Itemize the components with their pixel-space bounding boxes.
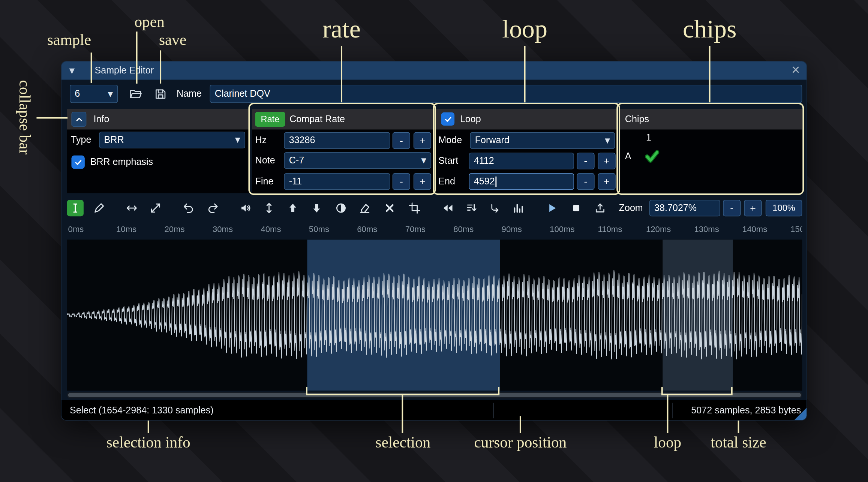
- stats-button[interactable]: [510, 200, 527, 216]
- delete-button[interactable]: [381, 200, 398, 216]
- rewind-icon: [442, 202, 454, 214]
- zoom-in-button[interactable]: +: [744, 200, 762, 216]
- ruler-label: 90ms: [502, 224, 522, 234]
- ruler-label: 120ms: [646, 224, 671, 234]
- open-button[interactable]: [127, 85, 144, 102]
- fine-label: Fine: [255, 173, 274, 190]
- upload-icon: [594, 202, 606, 214]
- status-bar: Select (1654-2984: 1330 samples) 5072 sa…: [61, 400, 807, 421]
- close-button[interactable]: ×: [792, 61, 800, 79]
- redo-button[interactable]: [204, 200, 221, 216]
- rate-button[interactable]: Rate: [255, 112, 285, 127]
- chevron-down-icon: ▼: [605, 137, 610, 145]
- folder-open-icon: [129, 87, 142, 100]
- arrow-down-icon: [310, 202, 322, 214]
- type-select[interactable]: BRR ▼: [99, 132, 245, 148]
- chip-a-check-toggle[interactable]: [644, 148, 660, 164]
- invert-button[interactable]: [333, 200, 349, 216]
- erase-button[interactable]: [357, 200, 373, 216]
- chips-panel-title: Chips: [625, 109, 649, 130]
- hz-input[interactable]: 33286: [284, 132, 390, 149]
- waveform: [67, 240, 802, 391]
- resize-grip[interactable]: [795, 408, 807, 420]
- name-input[interactable]: Clarinet DQV: [210, 85, 802, 103]
- zoom-out-button[interactable]: -: [723, 200, 741, 216]
- goto-button[interactable]: [487, 200, 503, 216]
- loop-panel-title: Loop: [460, 109, 481, 130]
- stop-button[interactable]: [568, 200, 585, 216]
- crop-button[interactable]: [406, 200, 423, 216]
- collapse-panel-button[interactable]: [71, 112, 86, 127]
- sort-button[interactable]: [463, 200, 480, 216]
- eraser-icon: [359, 202, 371, 214]
- shift-down-button[interactable]: [308, 200, 325, 216]
- mode-select[interactable]: Forward ▼: [470, 132, 615, 149]
- ruler-label: 150ms: [790, 224, 802, 234]
- zoom-input[interactable]: 38.7027%: [649, 200, 720, 216]
- name-value: Clarinet DQV: [215, 88, 270, 99]
- fine-minus-button[interactable]: -: [393, 173, 410, 190]
- fine-plus-button[interactable]: +: [414, 173, 431, 190]
- waveform-canvas[interactable]: [67, 240, 802, 391]
- hz-plus-button[interactable]: +: [414, 132, 431, 149]
- sample-number-select[interactable]: 6 ▼: [70, 85, 118, 103]
- fit-all-button[interactable]: [147, 200, 164, 216]
- loop-checkbox[interactable]: [441, 112, 454, 126]
- annotation-loop-bottom: loop: [654, 434, 681, 451]
- loop-end-minus-button[interactable]: -: [577, 173, 594, 190]
- ruler-label: 0ms: [68, 224, 84, 234]
- zoom-reset-button[interactable]: 100%: [766, 200, 802, 216]
- brr-emphasis-label: BRR emphasis: [90, 156, 153, 169]
- loop-end-input[interactable]: 4592: [469, 173, 574, 190]
- undo-button[interactable]: [180, 200, 197, 216]
- ruler: 0ms10ms20ms30ms40ms50ms60ms70ms80ms90ms1…: [67, 221, 802, 237]
- brr-emphasis-checkbox[interactable]: [71, 156, 84, 169]
- fit-width-button[interactable]: [123, 200, 140, 216]
- hz-minus-button[interactable]: -: [393, 132, 410, 149]
- loop-end-label: End: [438, 173, 455, 190]
- annotation-total-size: total size: [711, 434, 766, 451]
- loop-panel: Loop Mode Forward ▼ Start 4112 - + End 4…: [436, 109, 618, 193]
- window-titlebar[interactable]: ▼ Sample Editor ×: [61, 61, 807, 80]
- annotation-save: save: [159, 31, 186, 49]
- chip-column-label: 1: [646, 132, 651, 144]
- loop-start-plus-button[interactable]: +: [598, 153, 616, 169]
- draw-tool-button[interactable]: [91, 200, 107, 216]
- note-select[interactable]: C-7 ▼: [284, 152, 431, 169]
- loop-end-plus-button[interactable]: +: [598, 173, 616, 190]
- stage: ▼ Sample Editor × 6 ▼ Name Clarinet DQV: [0, 0, 868, 482]
- bar-chart-icon: [513, 202, 525, 214]
- ruler-label: 40ms: [261, 224, 281, 234]
- loop-start-minus-button[interactable]: -: [577, 153, 594, 169]
- ruler-label: 30ms: [213, 224, 233, 234]
- preview-audio-button[interactable]: [237, 200, 254, 216]
- horizontal-arrows-icon: [126, 202, 138, 214]
- window-collapse-icon[interactable]: ▼: [69, 61, 75, 80]
- type-label: Type: [71, 132, 91, 148]
- rate-panel-header: Rate Compat Rate: [252, 109, 433, 130]
- loop-start-input[interactable]: 4112: [469, 153, 574, 169]
- select-tool-button[interactable]: [67, 200, 84, 216]
- rate-panel: Rate Compat Rate Hz 33286 - + Note C-7 ▼…: [252, 109, 433, 193]
- mode-value: Forward: [475, 135, 510, 146]
- fit-height-button[interactable]: [261, 200, 277, 216]
- ruler-label: 80ms: [453, 224, 474, 234]
- shift-up-button[interactable]: [285, 200, 301, 216]
- seek-start-button[interactable]: [439, 200, 456, 216]
- save-button[interactable]: [152, 85, 169, 102]
- horizontal-scrollbar[interactable]: [67, 392, 802, 398]
- sample-editor-window: ▼ Sample Editor × 6 ▼ Name Clarinet DQV: [61, 61, 807, 421]
- sort-descending-icon: [466, 202, 478, 214]
- hz-label: Hz: [255, 132, 267, 149]
- annotation-sample: sample: [47, 31, 91, 49]
- play-button[interactable]: [544, 200, 560, 216]
- name-label: Name: [177, 85, 202, 103]
- ruler-label: 140ms: [742, 224, 767, 234]
- ruler-label: 110ms: [598, 224, 622, 234]
- export-button[interactable]: [592, 200, 608, 216]
- loop-panel-header: Loop: [436, 109, 618, 130]
- waveform-path: [67, 270, 802, 359]
- scrollbar-thumb[interactable]: [68, 393, 801, 397]
- loop-start-value: 4112: [474, 156, 494, 167]
- fine-input[interactable]: -11: [284, 173, 390, 190]
